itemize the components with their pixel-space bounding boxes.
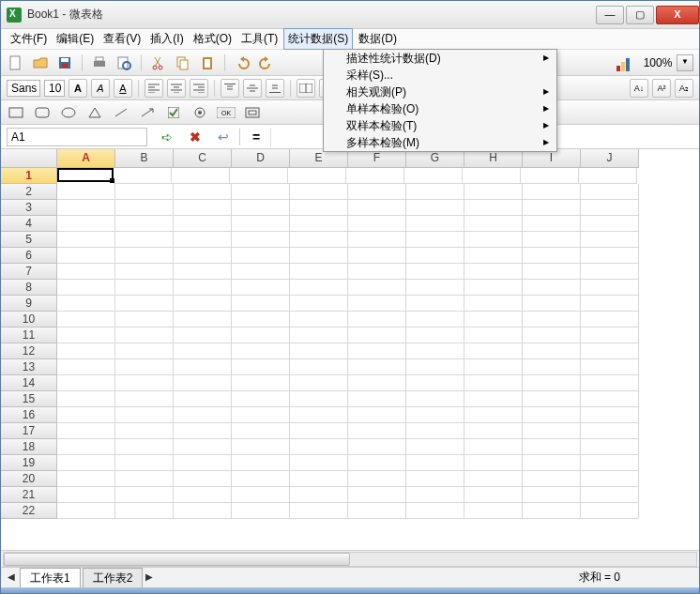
cell[interactable] [174, 232, 232, 248]
cell[interactable] [57, 280, 115, 296]
row-header[interactable]: 22 [1, 503, 57, 519]
cell[interactable] [57, 439, 115, 455]
row-header[interactable]: 8 [1, 280, 57, 296]
row-header[interactable]: 2 [1, 184, 57, 200]
maximize-button[interactable]: ▢ [626, 6, 654, 24]
tab-nav-next[interactable]: ▶ [143, 571, 156, 586]
column-header[interactable]: B [115, 149, 174, 168]
cell[interactable] [115, 296, 174, 312]
cell[interactable] [115, 423, 174, 439]
cell[interactable] [348, 391, 406, 407]
cell[interactable] [290, 264, 348, 280]
cell[interactable] [523, 439, 581, 455]
cell[interactable] [57, 487, 115, 503]
cell[interactable] [57, 312, 115, 327]
save-icon[interactable] [55, 53, 74, 72]
cell[interactable] [523, 407, 581, 423]
cell[interactable] [463, 168, 521, 184]
cell[interactable] [523, 216, 581, 232]
cell[interactable] [581, 280, 639, 296]
cell[interactable] [174, 296, 232, 312]
italic-button[interactable]: A [91, 79, 110, 98]
menu-tools[interactable]: 工具(T) [237, 29, 282, 49]
cell[interactable] [348, 327, 406, 343]
cell[interactable] [290, 407, 348, 423]
cell[interactable] [464, 200, 523, 216]
cell[interactable] [174, 391, 232, 407]
underline-button[interactable]: A [114, 79, 132, 98]
cell[interactable] [288, 168, 346, 184]
row-header[interactable]: 17 [1, 423, 57, 439]
cell[interactable] [406, 455, 464, 471]
cell[interactable] [523, 312, 581, 327]
cell[interactable] [172, 168, 230, 184]
cell[interactable] [523, 232, 581, 248]
cell[interactable] [464, 423, 523, 439]
cell[interactable] [348, 375, 406, 391]
cell[interactable] [114, 168, 172, 184]
cell[interactable] [406, 503, 464, 519]
cell[interactable] [348, 200, 406, 216]
cell[interactable] [174, 248, 232, 264]
cell[interactable] [581, 503, 639, 519]
undo-icon[interactable] [233, 53, 251, 72]
menu-edit[interactable]: 编辑(E) [53, 29, 98, 49]
cell[interactable] [174, 503, 232, 519]
cell[interactable] [290, 327, 348, 343]
cell[interactable] [581, 296, 639, 312]
cell[interactable] [523, 503, 581, 519]
sheet-tab-1[interactable]: 工作表1 [20, 568, 81, 588]
bold-button[interactable]: A [68, 79, 87, 98]
zoom-dropdown[interactable]: ▼ [677, 54, 693, 71]
paste-icon[interactable] [198, 53, 217, 72]
menu-view[interactable]: 查看(V) [99, 29, 145, 49]
cell[interactable] [290, 343, 348, 359]
cell[interactable] [232, 312, 290, 327]
cell[interactable] [348, 312, 406, 327]
cell[interactable] [232, 248, 290, 264]
cell[interactable] [523, 423, 581, 439]
cell[interactable] [348, 296, 406, 312]
checkbox-tool[interactable] [164, 104, 183, 121]
cell[interactable] [523, 200, 581, 216]
cell[interactable] [115, 327, 174, 343]
redo-icon[interactable] [257, 53, 276, 72]
align-center-button[interactable] [167, 79, 186, 98]
row-header[interactable]: 18 [1, 439, 57, 455]
cell[interactable] [348, 216, 406, 232]
cell[interactable] [57, 296, 115, 312]
cell[interactable] [232, 391, 290, 407]
cell[interactable] [290, 439, 348, 455]
ellipse-tool[interactable] [59, 104, 78, 121]
rectangle-tool[interactable] [7, 104, 25, 121]
name-box[interactable]: A1 [7, 128, 147, 146]
cell[interactable] [406, 359, 464, 375]
menu-two-sample-test[interactable]: 双样本检验(T)▶ [324, 117, 556, 134]
cell[interactable] [290, 375, 348, 391]
cell[interactable] [406, 264, 464, 280]
cell[interactable] [406, 423, 464, 439]
column-header[interactable]: D [232, 149, 290, 168]
cell[interactable] [464, 439, 523, 455]
cell[interactable] [115, 359, 174, 375]
arrow-tool[interactable] [138, 104, 157, 121]
column-header[interactable]: F [348, 149, 406, 168]
frame-tool[interactable] [243, 104, 262, 121]
cell[interactable] [348, 455, 406, 471]
cell[interactable] [174, 471, 232, 487]
cell[interactable] [581, 471, 639, 487]
cell[interactable] [523, 391, 581, 407]
cell[interactable] [406, 248, 464, 264]
cell[interactable] [115, 280, 174, 296]
column-header[interactable]: C [174, 149, 232, 168]
cell[interactable] [406, 216, 464, 232]
row-header[interactable]: 20 [1, 471, 57, 487]
cell[interactable] [115, 264, 174, 280]
cell[interactable] [290, 248, 348, 264]
cell[interactable] [523, 455, 581, 471]
font-size-combo[interactable]: 10 [44, 80, 65, 97]
cell[interactable] [115, 216, 174, 232]
button-tool[interactable]: OK [217, 104, 236, 121]
cell[interactable] [348, 423, 406, 439]
cell[interactable] [581, 487, 639, 503]
